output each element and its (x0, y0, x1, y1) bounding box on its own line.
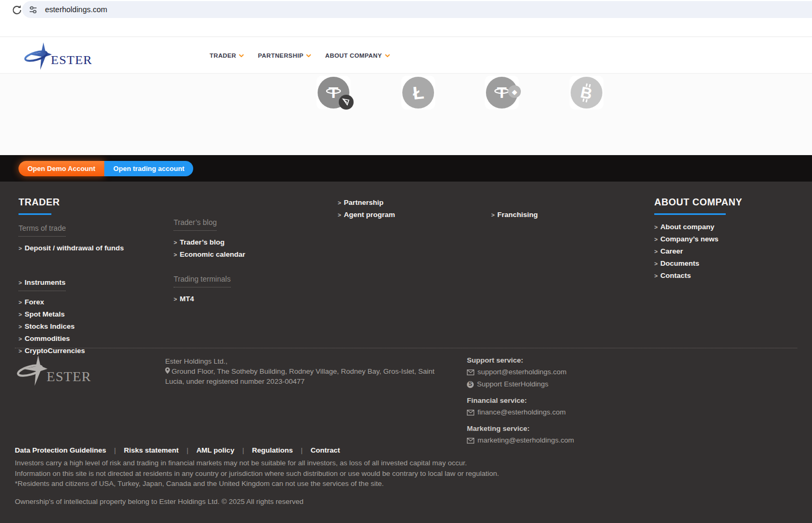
footer-link-economic-calendar[interactable]: >Economic calendar (174, 251, 279, 258)
footer-link-deposit-withdrawal[interactable]: >Deposit / withdrawal of funds (19, 245, 169, 252)
chevron-right-icon: > (19, 348, 22, 354)
legal-link-risks-statement[interactable]: Risks statement (124, 446, 179, 454)
contact-services: Support service: support@esterholdings.c… (467, 356, 679, 448)
footer-link-agent-program[interactable]: >Agent program (338, 211, 454, 219)
nav-item-partnership[interactable]: PARTNERSHIP (258, 52, 311, 59)
url-text[interactable]: esterholdings.com (45, 5, 107, 14)
footer-link-companys-news[interactable]: >Company’s news (654, 236, 744, 243)
disclaimer-line: Information on this site is not directed… (15, 468, 597, 479)
litecoin-glyph: Ł (412, 82, 425, 104)
footer-col-trader: TRADER Terms of trade >Deposit / withdra… (19, 197, 169, 359)
footer-link-career[interactable]: >Career (654, 248, 744, 255)
footer-link-stocks-indices[interactable]: >Stocks Indices (19, 323, 169, 330)
risk-disclaimer: Investors carry a high level of risk and… (15, 458, 597, 489)
nav-item-trader[interactable]: TRADER (210, 52, 244, 59)
financial-email-link[interactable]: finance@esterholdings.com (477, 408, 566, 417)
separator: | (242, 446, 244, 454)
support-skype-link[interactable]: Support EsterHoldings (477, 380, 548, 389)
footer-link-forex[interactable]: >Forex (19, 299, 169, 306)
footer-label-trading-terminals: Trading terminals (174, 275, 231, 287)
skype-icon: S (467, 381, 474, 388)
open-trading-account-button[interactable]: Open trading account (104, 161, 193, 176)
reload-icon[interactable] (11, 4, 23, 16)
chevron-right-icon: > (654, 236, 657, 242)
footer-link-documents[interactable]: >Documents (654, 260, 744, 267)
company-address: Ester Holdings Ltd., Ground Floor, The S… (165, 356, 454, 386)
tune-icon[interactable] (29, 5, 38, 14)
footer-heading-trader: TRADER (19, 197, 169, 208)
bitcoin-icon: B (571, 77, 602, 109)
footer-link-spot-metals[interactable]: >Spot Metals (19, 311, 169, 318)
coin-tile: T (317, 76, 350, 110)
legal-link-contract[interactable]: Contract (311, 446, 340, 454)
footer-brand-logo: ESTER (16, 354, 95, 391)
main-nav: TRADER PARTNERSHIP ABOUT COMPANY (210, 37, 390, 74)
chevron-right-icon: > (174, 251, 177, 258)
footer-heading-about: ABOUT COMPANY (654, 197, 744, 208)
chevron-right-icon: > (19, 323, 22, 330)
footer-link-mt4[interactable]: >MT4 (174, 295, 279, 303)
disclaimer-line: Investors carry a high level of risk and… (15, 458, 597, 468)
open-demo-account-button[interactable]: Open Demo Account (19, 161, 104, 176)
footer-col-blog: Trader’s blog >Trader’s blog >Economic c… (174, 218, 279, 308)
footer-brand-wordmark: ESTER (47, 369, 91, 385)
footer-link-instruments[interactable]: >Instruments (19, 279, 66, 291)
ester-star-icon (23, 42, 53, 70)
legal-link-data-protection[interactable]: Data Protection Guidelines (15, 446, 106, 454)
chevron-right-icon: > (19, 245, 22, 251)
footer-link-contacts[interactable]: >Contacts (654, 272, 744, 279)
nav-label: ABOUT COMPANY (325, 52, 382, 59)
marketing-email-link[interactable]: marketing@esterholdings.com (477, 436, 574, 445)
chevron-right-icon: > (654, 273, 657, 279)
chevron-right-icon: > (19, 299, 22, 305)
url-bar[interactable]: esterholdings.com (22, 1, 812, 18)
support-email-link[interactable]: support@esterholdings.com (477, 367, 566, 377)
legal-links-row: Data Protection Guidelines | Risks state… (15, 446, 340, 454)
chevron-right-icon: > (174, 239, 177, 246)
legal-link-aml-policy[interactable]: AML policy (196, 446, 234, 454)
email-icon (467, 438, 474, 444)
chevron-right-icon: > (338, 200, 341, 206)
nav-item-about-company[interactable]: ABOUT COMPANY (325, 52, 390, 59)
chevron-right-icon: > (654, 248, 657, 255)
site-header: ESTER TRADER PARTNERSHIP ABOUT COMPANY L… (0, 37, 812, 74)
tether-ethereum-icon: T ◆ (486, 77, 518, 109)
footer-col-about: ABOUT COMPANY >About company >Company’s … (654, 197, 744, 284)
tether-tron-icon: T (318, 77, 349, 109)
footer-link-commodities[interactable]: >Commodities (19, 335, 169, 342)
heading-underline (19, 213, 51, 215)
coin-tile: T ◆ (485, 76, 519, 110)
chevron-right-icon: > (19, 336, 22, 342)
footer-link-traders-blog[interactable]: >Trader’s blog (174, 239, 279, 246)
footer-link-franchising[interactable]: >Franchising (491, 211, 587, 219)
chevron-right-icon: > (19, 279, 22, 286)
separator: | (186, 446, 188, 454)
legal-link-regulations[interactable]: Regulations (252, 446, 293, 454)
marketing-service-title: Marketing service: (467, 425, 679, 432)
footer-link-partnership[interactable]: >Partnership (338, 199, 454, 206)
chevron-right-icon: > (491, 212, 494, 218)
cta-bar: Open Demo Account Open trading account (0, 155, 812, 182)
footer-link-about-company[interactable]: >About company (654, 223, 744, 231)
disclaimer-line: *Residents and citizens of USA, Turkey, … (15, 479, 597, 489)
separator: | (301, 446, 302, 454)
tron-badge-icon (339, 95, 354, 110)
footer-col-franchising: >Franchising (491, 211, 587, 223)
footer-label-traders-blog: Trader’s blog (174, 218, 216, 231)
company-address-text: Ground Floor, The Sotheby Building, Rodn… (165, 367, 435, 385)
chevron-down-icon (306, 54, 311, 57)
brand-logo[interactable]: ESTER (23, 42, 97, 69)
nav-label: PARTNERSHIP (258, 52, 303, 59)
coin-tile: Ł (401, 76, 435, 110)
email-icon (467, 369, 474, 375)
nav-label: TRADER (210, 52, 236, 59)
separator: | (114, 446, 116, 454)
footer-link-cryptocurrencies[interactable]: >CryptoCurrencies (19, 347, 169, 355)
svg-text:T: T (329, 84, 338, 101)
footer-col-partnership: >Partnership >Agent program (338, 199, 454, 223)
support-service-title: Support service: (467, 356, 679, 364)
ester-star-icon-gray (16, 354, 49, 387)
svg-text:T: T (497, 84, 507, 101)
financial-service-title: Financial service: (467, 396, 679, 404)
chevron-down-icon (239, 54, 244, 57)
